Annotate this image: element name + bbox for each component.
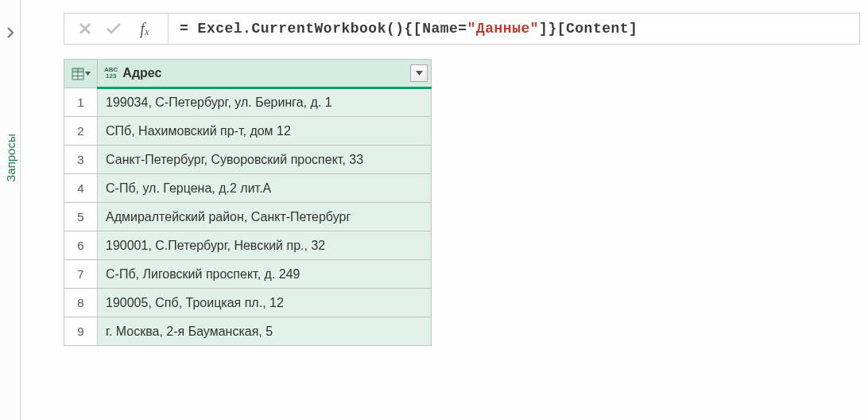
table-row[interactable]: 5 Адмиралтейский район, Санкт-Петербург: [64, 203, 432, 231]
datatype-any-icon: ABC 123: [104, 67, 118, 80]
table-row[interactable]: 6 190001, С.Петербург, Невский пр., 32: [64, 231, 432, 260]
table-row[interactable]: 8 190005, Спб, Троицкая пл., 12: [64, 289, 432, 317]
cell-address[interactable]: С-Пб, Лиговский проспект, д. 249: [98, 260, 432, 289]
dropdown-icon: [85, 72, 91, 76]
cell-address[interactable]: С-Пб, ул. Герцена, д.2 лит.А: [98, 174, 432, 203]
row-number: 2: [64, 117, 98, 146]
formula-bar: fx = Excel.CurrentWorkbook(){[Name="Данн…: [64, 13, 860, 45]
table-row[interactable]: 2 СПб, Нахимовский пр-т, дом 12: [64, 117, 432, 146]
main-area: fx = Excel.CurrentWorkbook(){[Name="Данн…: [21, 0, 868, 420]
accept-formula-button[interactable]: [99, 14, 128, 43]
formula-input[interactable]: = Excel.CurrentWorkbook(){[Name="Данные"…: [169, 13, 860, 45]
data-preview-table: ABC 123 Адрес 1 199034, С-Петербург, ул.…: [64, 59, 432, 346]
fx-icon[interactable]: fx: [128, 14, 161, 43]
cancel-formula-button[interactable]: [71, 14, 99, 43]
cell-address[interactable]: Адмиралтейский район, Санкт-Петербург: [98, 203, 432, 231]
table-row[interactable]: 3 Санкт-Петербург, Суворовский проспект,…: [64, 146, 432, 174]
row-number: 4: [64, 174, 98, 203]
queries-sidebar: Запросы: [0, 0, 21, 420]
cell-address[interactable]: 190005, Спб, Троицкая пл., 12: [98, 289, 432, 317]
column-header-address[interactable]: ABC 123 Адрес: [98, 60, 432, 88]
expand-sidebar-chevron[interactable]: [6, 27, 15, 41]
table-corner-cell[interactable]: [64, 60, 98, 88]
row-number: 1: [64, 88, 98, 117]
table-icon: [72, 68, 84, 80]
formula-toolbar: fx: [64, 13, 169, 45]
row-number: 7: [64, 260, 98, 289]
row-number: 9: [64, 317, 98, 346]
table-row[interactable]: 4 С-Пб, ул. Герцена, д.2 лит.А: [64, 174, 432, 203]
cell-address[interactable]: Санкт-Петербург, Суворовский проспект, 3…: [98, 146, 432, 174]
cell-address[interactable]: г. Москва, 2-я Бауманская, 5: [98, 317, 432, 346]
column-header-label: Адрес: [122, 66, 161, 80]
cell-address[interactable]: 199034, С-Петербург, ул. Беринга, д. 1: [98, 88, 432, 117]
row-number: 3: [64, 146, 98, 174]
cell-address[interactable]: 190001, С.Петербург, Невский пр., 32: [98, 231, 432, 260]
table-row[interactable]: 1 199034, С-Петербург, ул. Беринга, д. 1: [64, 88, 432, 117]
cell-address[interactable]: СПб, Нахимовский пр-т, дом 12: [98, 117, 432, 146]
column-filter-button[interactable]: [410, 64, 428, 82]
svg-rect-4: [72, 68, 83, 72]
table-header-row: ABC 123 Адрес: [64, 60, 432, 88]
table-row[interactable]: 7 С-Пб, Лиговский проспект, д. 249: [64, 260, 432, 289]
chevron-down-icon: [416, 71, 423, 76]
row-number: 6: [64, 231, 98, 260]
queries-tab-label[interactable]: Запросы: [3, 134, 17, 182]
table-row[interactable]: 9 г. Москва, 2-я Бауманская, 5: [64, 317, 432, 346]
row-number: 5: [64, 203, 98, 231]
row-number: 8: [64, 289, 98, 317]
